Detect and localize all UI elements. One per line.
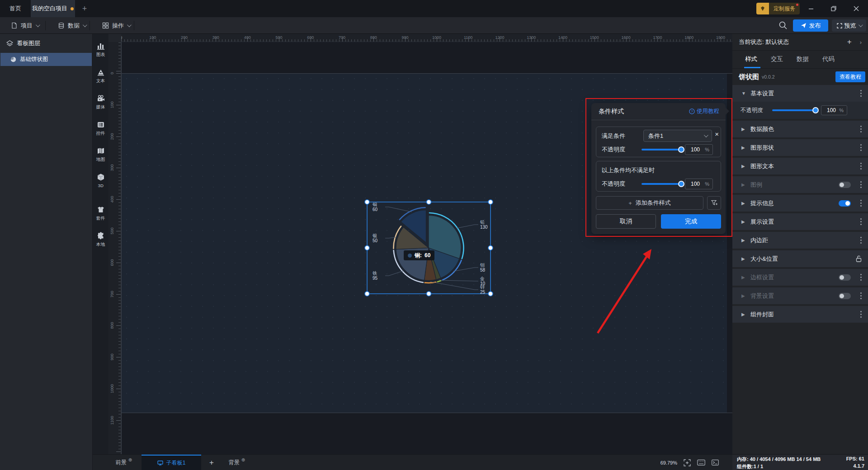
publish-button[interactable]: 发布 xyxy=(793,19,828,32)
chevron-right-icon[interactable]: › xyxy=(860,39,862,46)
toolbox-item-cube-3d[interactable]: 3D xyxy=(93,173,108,194)
toolbox-item-map[interactable]: 地图 xyxy=(93,147,108,168)
selection-handle[interactable] xyxy=(365,200,369,204)
menu-operate[interactable]: 操作 xyxy=(94,17,138,34)
canvas-area[interactable]: 0100200300400500600700800900100011001200… xyxy=(108,34,732,454)
kebab-menu-icon[interactable] xyxy=(860,311,862,318)
selection-handle[interactable] xyxy=(365,246,369,250)
tab-code[interactable]: 代码 xyxy=(822,55,835,63)
component-toolbox: 图表文本媒体控件地图3D套件本地 xyxy=(93,34,108,454)
background-tab[interactable]: 背景⊕ xyxy=(222,455,252,470)
section-数据颜色[interactable]: ▶数据颜色 xyxy=(732,121,868,137)
toolbox-item-puzzle[interactable]: 本地 xyxy=(93,232,108,253)
kebab-menu-icon[interactable] xyxy=(860,237,862,244)
selection-handle[interactable] xyxy=(488,291,493,296)
selection-handle[interactable] xyxy=(488,246,493,250)
shortcut-keys-button[interactable] xyxy=(697,460,705,465)
maximize-button[interactable] xyxy=(824,0,844,17)
puzzle-icon xyxy=(97,232,105,240)
fit-screen-button[interactable] xyxy=(684,459,691,466)
tab-style[interactable]: 样式 xyxy=(745,55,757,63)
chevron-down-icon xyxy=(127,23,132,27)
diamond-icon xyxy=(756,3,769,14)
layer-item-pie[interactable]: 基础饼状图 xyxy=(0,53,92,66)
view-tutorial-button[interactable]: 查看教程 xyxy=(835,71,865,82)
menu-project[interactable]: 项目 xyxy=(3,17,47,34)
database-icon xyxy=(58,22,65,29)
console-button[interactable] xyxy=(712,460,719,465)
media-icon xyxy=(97,94,105,103)
preview-button[interactable]: 预览 xyxy=(832,19,866,32)
slider-knob[interactable] xyxy=(812,107,819,113)
section-图例[interactable]: ▶图例 xyxy=(732,176,868,193)
kebab-menu-icon[interactable] xyxy=(860,90,862,97)
section-大小&位置[interactable]: ▶大小&位置 xyxy=(732,250,868,267)
add-board-button[interactable]: + xyxy=(205,455,218,470)
section-toggle[interactable] xyxy=(839,200,851,207)
section-图形文本[interactable]: ▶图形文本 xyxy=(732,158,868,174)
foreground-tab[interactable]: 前景⊕ xyxy=(109,455,139,470)
toolbox-item-kit[interactable]: 套件 xyxy=(93,206,108,226)
toolbox-item-widget[interactable]: 控件 xyxy=(93,121,108,141)
kebab-menu-icon[interactable] xyxy=(860,292,862,299)
kebab-menu-icon[interactable] xyxy=(860,200,862,207)
pie-icon xyxy=(10,56,16,62)
pie-label-line xyxy=(439,280,478,281)
selection-handle[interactable] xyxy=(365,291,369,296)
menu-divider xyxy=(45,21,46,30)
section-展示设置[interactable]: ▶展示设置 xyxy=(732,213,868,230)
close-button[interactable] xyxy=(846,0,866,17)
section-toggle[interactable] xyxy=(839,274,851,281)
opacity-slider[interactable] xyxy=(772,109,816,111)
inspector-sections: ▼基本设置不透明度100%▶数据颜色▶图形形状▶图形文本▶图例▶提示信息▶展示设… xyxy=(732,85,868,323)
section-内边距[interactable]: ▶内边距 xyxy=(732,232,868,249)
chart-stage[interactable] xyxy=(108,34,732,454)
titlebar: 首页 我的空白项目 + 定制服务 xyxy=(0,0,868,17)
section-边框设置[interactable]: ▶边框设置 xyxy=(732,269,868,286)
publish-label: 发布 xyxy=(809,22,821,30)
section-提示信息[interactable]: ▶提示信息 xyxy=(732,195,868,212)
tab-data[interactable]: 数据 xyxy=(797,55,809,63)
section-toggle[interactable] xyxy=(839,293,851,299)
selection-handle[interactable] xyxy=(488,200,493,204)
section-组件封面[interactable]: ▶组件封面 xyxy=(732,306,868,323)
section-背景设置[interactable]: ▶背景设置 xyxy=(732,287,868,304)
add-state-button[interactable]: + xyxy=(847,38,852,47)
caret-right-icon: ▶ xyxy=(741,256,745,261)
toolbox-item-media[interactable]: 媒体 xyxy=(93,94,108,115)
opacity-input[interactable]: 100% xyxy=(821,105,847,115)
kebab-menu-icon[interactable] xyxy=(860,144,862,151)
search-button[interactable] xyxy=(778,21,788,30)
section-toggle[interactable] xyxy=(839,182,851,188)
kebab-menu-icon[interactable] xyxy=(860,163,862,169)
kebab-menu-icon[interactable] xyxy=(860,126,862,132)
section-基本设置[interactable]: ▼基本设置 xyxy=(732,85,868,102)
toolbox-item-text[interactable]: 文本 xyxy=(93,68,108,89)
circle-plus-icon[interactable]: ⊕ xyxy=(241,457,245,462)
kebab-menu-icon[interactable] xyxy=(860,218,862,225)
toolbox-item-chart-bar[interactable]: 图表 xyxy=(93,42,108,63)
new-tab-button[interactable]: + xyxy=(78,0,91,17)
chevron-down-icon xyxy=(36,23,40,27)
caret-right-icon: ▶ xyxy=(741,293,745,298)
caret-right-icon: ▶ xyxy=(741,164,745,169)
sub-board-tab[interactable]: 子看板1 xyxy=(142,455,201,470)
search-icon xyxy=(778,21,788,30)
kebab-menu-icon[interactable] xyxy=(860,274,862,281)
selection-handle[interactable] xyxy=(427,200,431,204)
tab-home[interactable]: 首页 xyxy=(0,0,31,17)
tab-interaction[interactable]: 交互 xyxy=(771,55,783,63)
chart-tooltip: 铜: 60 xyxy=(404,250,434,260)
unlock-icon[interactable] xyxy=(856,255,862,262)
selection-handle[interactable] xyxy=(427,291,431,296)
kebab-menu-icon[interactable] xyxy=(860,181,862,188)
tab-project[interactable]: 我的空白项目 xyxy=(31,0,75,17)
section-图形形状[interactable]: ▶图形形状 xyxy=(732,139,868,156)
circle-plus-icon[interactable]: ⊕ xyxy=(128,457,132,462)
minimize-button[interactable] xyxy=(801,0,821,17)
zoom-level[interactable]: 69.79% xyxy=(660,460,677,465)
menu-project-label: 项目 xyxy=(21,22,33,30)
custom-service-badge[interactable]: 定制服务 xyxy=(756,3,800,14)
layers-panel-title: 看板图层 xyxy=(17,39,40,47)
menu-data[interactable]: 数据 xyxy=(50,17,94,34)
